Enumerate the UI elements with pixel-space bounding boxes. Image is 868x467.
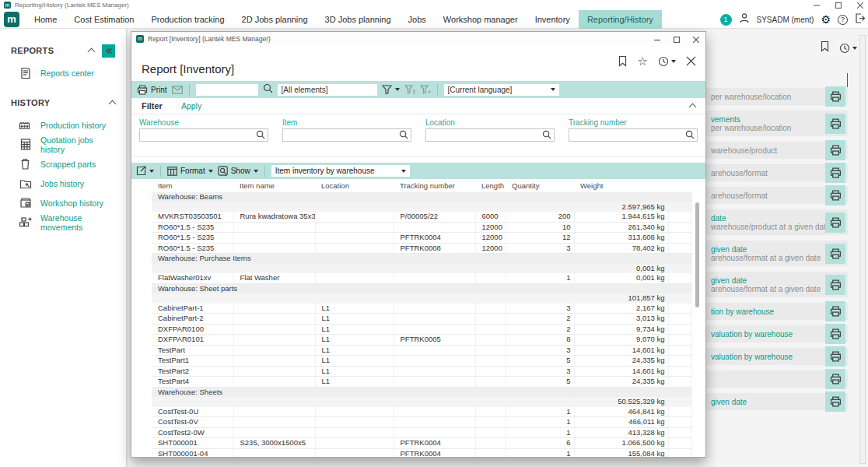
report-card[interactable]: given datearehouse/format at a given dat… [706, 272, 848, 297]
section-collapse-chevron-icon[interactable] [88, 48, 96, 56]
menu-item-reporting-history[interactable]: Reporting/History [579, 10, 662, 29]
report-maximize-icon[interactable] [674, 32, 680, 46]
bookmark-icon[interactable] [820, 40, 830, 55]
close-icon[interactable] [857, 2, 863, 9]
filter-funnel-icon[interactable] [382, 85, 400, 94]
print-report-button[interactable] [825, 140, 845, 160]
inventory-item-row[interactable]: TestPart4L1524,335 kg [135, 377, 691, 388]
sidebar-item-production-history[interactable]: Production history [0, 115, 126, 135]
sidebar-item-jobs-history[interactable]: Jobs history [0, 174, 126, 193]
elements-filter-select[interactable]: [All elements] [278, 84, 377, 96]
print-report-button[interactable] [825, 114, 845, 134]
close-report-icon[interactable] [686, 56, 696, 66]
print-report-button[interactable] [825, 301, 845, 321]
sidebar-item-workshop-history[interactable]: Workshop history [0, 193, 126, 212]
inventory-item-row[interactable]: CabinetPart-1L132,167 kg [135, 304, 691, 314]
menu-item-production-tracking[interactable]: Production tracking [142, 10, 233, 29]
group-summary-row[interactable]: 101,857 kg [135, 293, 691, 304]
inventory-item-row[interactable]: TestPart1L1524,335 kg [135, 356, 691, 367]
menu-item-jobs[interactable]: Jobs [400, 10, 435, 29]
print-report-button[interactable] [825, 369, 845, 389]
inventory-item-row[interactable]: DXFPAR0101L1PFTRK000589,070 kg [135, 335, 691, 346]
print-report-button[interactable] [825, 212, 845, 233]
help-icon[interactable]: ? [838, 15, 848, 25]
inventory-item-row[interactable]: SHT000001-04PFTRK00041155,084 kg [135, 448, 691, 457]
menu-item-workshop-manager[interactable]: Workshop manager [435, 10, 527, 29]
panel-collapse-chevron-icon[interactable] [847, 74, 848, 88]
export-icon[interactable] [136, 166, 154, 176]
report-view-select[interactable]: Item inventory by warehouse [271, 165, 410, 177]
minimize-icon[interactable] [814, 2, 820, 9]
filter-clear-icon[interactable] [420, 85, 431, 94]
warehouse-group-row[interactable]: Warehouse: Beams [135, 192, 691, 202]
sidebar-item-warehouse-movements[interactable]: Warehouse movements [0, 212, 126, 232]
report-card[interactable]: vementsper warehouse/location [706, 111, 848, 136]
inventory-item-row[interactable]: CostTest2-0W1413,328 kg [135, 427, 691, 438]
inventory-item-row[interactable]: DXFPAR0100L129,734 kg [135, 324, 691, 335]
tracking-number-search-input[interactable] [569, 128, 698, 142]
print-report-button[interactable] [825, 185, 845, 205]
report-card[interactable]: tion by warehouse [706, 303, 848, 320]
warehouse-search-input[interactable] [139, 128, 268, 142]
logout-icon[interactable] [855, 12, 865, 26]
apply-filter-link[interactable]: Apply [181, 101, 690, 111]
report-card[interactable]: valuation by warehouse [706, 348, 848, 365]
group-summary-row[interactable]: 50.525,329 kg [135, 397, 691, 407]
report-card[interactable]: given datearehouse/format at a given dat… [706, 241, 848, 266]
inventory-item-row[interactable]: CostTest-0U1464,841 kg [135, 407, 691, 417]
sidebar-item-scrapped-parts[interactable]: Scrapped parts [0, 154, 126, 174]
group-summary-row[interactable]: 2.597,965 kg [135, 202, 691, 212]
favorite-star-icon[interactable]: ☆ [638, 55, 648, 67]
column-header-tracking-number[interactable]: Tracking number [394, 179, 475, 192]
column-header-item-name[interactable]: Item name [233, 179, 315, 192]
sidebar-item-quotation-jobs-history[interactable]: Quotation jobs history [0, 135, 126, 154]
warehouse-group-row[interactable]: Warehouse: Sheet parts [135, 283, 691, 293]
user-name[interactable]: SYSADM (ment) [757, 16, 814, 24]
inventory-item-row[interactable]: RO60*1.5 - S235PFTRK00041200012313,608 k… [135, 233, 691, 244]
report-card[interactable]: per warehouse/location [706, 88, 848, 105]
column-header-location[interactable]: Location [315, 179, 394, 192]
report-card[interactable] [706, 370, 848, 388]
inventory-item-row[interactable]: FlatWasher01xvFlat Washer10,001 kg [135, 273, 691, 283]
report-close-icon[interactable] [693, 32, 699, 46]
inventory-item-row[interactable]: RO60*1.5 - S235PFTRK000812000378,402 kg [135, 243, 691, 254]
group-summary-row[interactable]: 0,001 kg [135, 264, 691, 274]
report-card[interactable]: arehouse/format [706, 164, 848, 181]
menu-item-3d-jobs-planning[interactable]: 3D Jobs planning [317, 10, 400, 29]
inventory-item-row[interactable]: CabinetPart-2L123,013 kg [135, 314, 691, 325]
menu-item-2d-jobs-planning[interactable]: 2D Jobs planning [233, 10, 317, 29]
section-collapse-chevron-icon[interactable] [109, 100, 117, 108]
report-minimize-icon[interactable] [654, 32, 660, 46]
print-button[interactable]: Print [137, 85, 167, 95]
language-select[interactable]: [Current language] [444, 84, 559, 96]
show-button[interactable]: Show [218, 166, 258, 176]
inventory-item-row[interactable]: RO60*1.5 - S2351200010261,340 kg [135, 222, 691, 233]
search-icon[interactable] [263, 83, 273, 97]
inventory-item-row[interactable]: TestPartL1314,601 kg [135, 345, 691, 356]
inventory-item-row[interactable]: TestPart2L1314,601 kg [135, 366, 691, 377]
print-report-button[interactable] [825, 346, 845, 367]
history-clock-icon[interactable] [839, 43, 857, 54]
print-report-button[interactable] [825, 244, 845, 264]
print-report-button[interactable] [825, 86, 845, 107]
maximize-icon[interactable] [835, 2, 842, 9]
app-logo[interactable]: m [4, 12, 19, 27]
column-header-quantity[interactable]: Quantity [506, 179, 574, 192]
filter-collapse-chevron-icon[interactable] [689, 104, 697, 111]
column-header-item[interactable]: Item [152, 179, 233, 192]
format-button[interactable]: Format [167, 167, 213, 176]
item-search-input[interactable] [282, 128, 411, 142]
menu-item-home[interactable]: Home [26, 10, 65, 29]
warehouse-group-row[interactable]: Warehouse: Purchase Items [135, 254, 691, 264]
inventory-item-row[interactable]: CostTest-0V1466,011 kg [135, 417, 691, 428]
menu-item-inventory[interactable]: Inventory [527, 10, 579, 29]
report-card[interactable]: warehouse/product [706, 142, 848, 159]
history-clock-icon[interactable] [658, 56, 676, 67]
column-header-length[interactable]: Length [475, 179, 506, 192]
menu-item-cost-estimation[interactable]: Cost Estimation [65, 10, 142, 29]
report-card[interactable]: valuation by warehouse [706, 325, 848, 342]
filter-favorite-icon[interactable] [404, 85, 415, 94]
email-icon[interactable] [172, 86, 183, 94]
inventory-item-row[interactable]: SHT000001S235, 3000x1500x5PFTRK000461.06… [135, 438, 691, 449]
inventory-item-row[interactable]: MVKRST03503501Rura kwadratowa 35x35x...P… [135, 212, 691, 222]
